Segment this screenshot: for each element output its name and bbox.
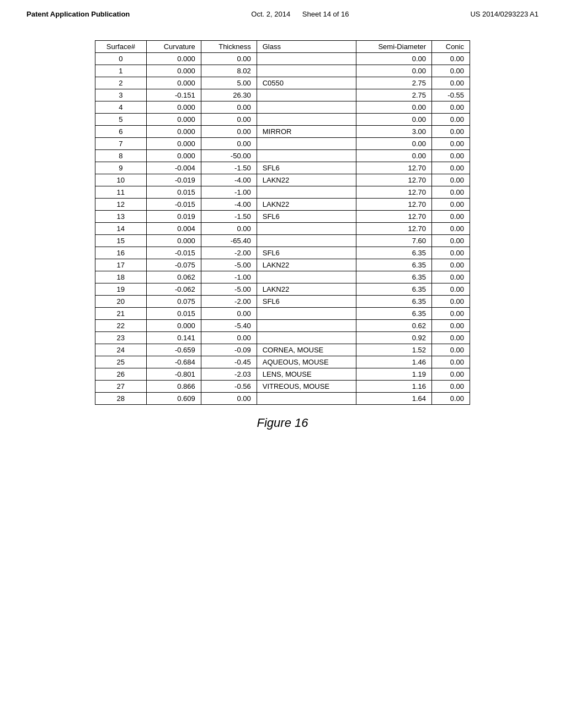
table-cell: 1.16 bbox=[356, 381, 432, 393]
table-cell: 0.00 bbox=[356, 53, 432, 65]
table-cell: 1.64 bbox=[356, 393, 432, 405]
table-row: 26-0.801-2.03LENS, MOUSE1.190.00 bbox=[95, 368, 470, 381]
table-cell: -0.55 bbox=[432, 89, 470, 101]
table-cell bbox=[257, 65, 356, 77]
table-cell: -2.00 bbox=[201, 247, 257, 259]
table-row: 280.6090.001.640.00 bbox=[95, 393, 470, 405]
table-row: 230.1410.000.920.00 bbox=[95, 332, 470, 344]
table-cell bbox=[257, 271, 356, 283]
table-cell: 0.00 bbox=[432, 138, 470, 150]
data-table: Surface# Curvature Thickness Glass Semi-… bbox=[95, 40, 470, 405]
table-cell: 6.35 bbox=[356, 308, 432, 320]
table-row: 00.0000.000.000.00 bbox=[95, 53, 470, 65]
table-cell: -0.015 bbox=[146, 199, 201, 211]
table-cell: -0.015 bbox=[146, 247, 201, 259]
table-cell: SFL6 bbox=[257, 162, 356, 174]
table-row: 80.000-50.000.000.00 bbox=[95, 150, 470, 162]
table-cell: 0.00 bbox=[201, 138, 257, 150]
table-cell: AQUEOUS, MOUSE bbox=[257, 356, 356, 368]
table-cell: 0.00 bbox=[432, 356, 470, 368]
table-cell: 0.00 bbox=[356, 65, 432, 77]
table-cell: 21 bbox=[95, 308, 147, 320]
table-cell: -65.40 bbox=[201, 235, 257, 247]
table-cell: 7.60 bbox=[356, 235, 432, 247]
table-cell: 0.00 bbox=[432, 247, 470, 259]
table-cell bbox=[257, 320, 356, 332]
table-row: 16-0.015-2.00SFL66.350.00 bbox=[95, 247, 470, 259]
table-cell: 1 bbox=[95, 65, 147, 77]
table-cell: 0.00 bbox=[432, 320, 470, 332]
table-cell: -5.00 bbox=[201, 259, 257, 271]
table-row: 140.0040.0012.700.00 bbox=[95, 223, 470, 235]
table-cell bbox=[257, 308, 356, 320]
table-cell bbox=[257, 89, 356, 101]
table-cell: -5.40 bbox=[201, 320, 257, 332]
table-cell: 0.00 bbox=[432, 296, 470, 308]
table-row: 19-0.062-5.00LAKN226.350.00 bbox=[95, 283, 470, 296]
patent-number: US 2014/0293223 A1 bbox=[470, 10, 539, 18]
table-cell: 0.866 bbox=[146, 381, 201, 393]
table-cell: 0.00 bbox=[201, 393, 257, 405]
table-cell: 0.00 bbox=[356, 101, 432, 114]
table-cell: 6 bbox=[95, 126, 147, 138]
table-row: 12-0.015-4.00LAKN2212.700.00 bbox=[95, 199, 470, 211]
table-cell: 0.00 bbox=[201, 126, 257, 138]
table-cell: 0.00 bbox=[432, 235, 470, 247]
col-header-glass: Glass bbox=[257, 41, 356, 53]
date-label: Oct. 2, 2014 Sheet 14 of 16 bbox=[251, 10, 349, 18]
table-cell: 0.141 bbox=[146, 332, 201, 344]
table-row: 40.0000.000.000.00 bbox=[95, 101, 470, 114]
table-cell: 14 bbox=[95, 223, 147, 235]
table-cell: -50.00 bbox=[201, 150, 257, 162]
table-cell: -1.00 bbox=[201, 186, 257, 199]
table-cell: 1.52 bbox=[356, 344, 432, 356]
table-row: 50.0000.000.000.00 bbox=[95, 114, 470, 126]
table-cell: 0.62 bbox=[356, 320, 432, 332]
table-row: 210.0150.006.350.00 bbox=[95, 308, 470, 320]
table-cell: 0.000 bbox=[146, 150, 201, 162]
table-cell: 0.00 bbox=[432, 77, 470, 89]
table-cell: 26 bbox=[95, 368, 147, 381]
table-cell: VITREOUS, MOUSE bbox=[257, 381, 356, 393]
table-cell bbox=[257, 150, 356, 162]
table-cell: 6.35 bbox=[356, 247, 432, 259]
table-cell bbox=[257, 393, 356, 405]
table-cell: 0.00 bbox=[201, 53, 257, 65]
table-cell: 0.00 bbox=[432, 332, 470, 344]
table-cell: 0.92 bbox=[356, 332, 432, 344]
table-cell: 23 bbox=[95, 332, 147, 344]
table-cell: 4 bbox=[95, 101, 147, 114]
table-row: 60.0000.00MIRROR3.000.00 bbox=[95, 126, 470, 138]
table-cell: 0.00 bbox=[432, 381, 470, 393]
table-cell bbox=[257, 186, 356, 199]
col-header-thickness: Thickness bbox=[201, 41, 257, 53]
table-cell: 0.00 bbox=[432, 174, 470, 186]
table-cell: 26.30 bbox=[201, 89, 257, 101]
table-cell: 0.00 bbox=[432, 65, 470, 77]
table-cell: 0.062 bbox=[146, 271, 201, 283]
table-cell bbox=[257, 223, 356, 235]
table-cell: 0.000 bbox=[146, 235, 201, 247]
table-cell bbox=[257, 138, 356, 150]
publication-label: Patent Application Publication bbox=[26, 10, 130, 18]
table-cell: 0.000 bbox=[146, 114, 201, 126]
table-cell: -0.659 bbox=[146, 344, 201, 356]
table-cell: SFL6 bbox=[257, 211, 356, 223]
table-cell: 1.19 bbox=[356, 368, 432, 381]
table-cell: 25 bbox=[95, 356, 147, 368]
col-header-surface: Surface# bbox=[95, 41, 147, 53]
table-row: 270.866-0.56VITREOUS, MOUSE1.160.00 bbox=[95, 381, 470, 393]
col-header-semi-diameter: Semi-Diameter bbox=[356, 41, 432, 53]
table-cell: 18 bbox=[95, 271, 147, 283]
table-row: 10.0008.020.000.00 bbox=[95, 65, 470, 77]
figure-caption: Figure 16 bbox=[44, 416, 521, 430]
table-cell: 0.00 bbox=[432, 344, 470, 356]
table-cell: 0.000 bbox=[146, 126, 201, 138]
table-cell: -1.50 bbox=[201, 162, 257, 174]
table-cell: 0.00 bbox=[432, 259, 470, 271]
table-cell: 12.70 bbox=[356, 186, 432, 199]
table-row: 17-0.075-5.00LAKN226.350.00 bbox=[95, 259, 470, 271]
table-cell: -0.56 bbox=[201, 381, 257, 393]
table-cell: -2.03 bbox=[201, 368, 257, 381]
table-cell: 12.70 bbox=[356, 162, 432, 174]
